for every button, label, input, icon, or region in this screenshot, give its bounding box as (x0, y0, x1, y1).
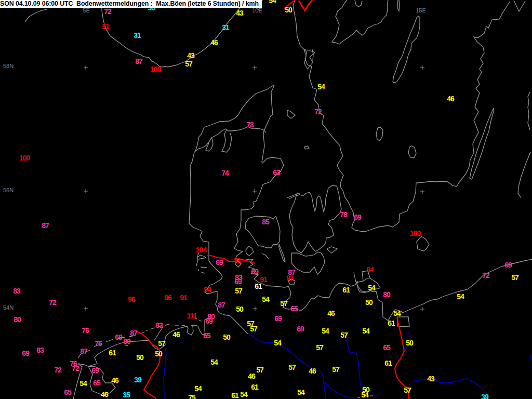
svg-text:65: 65 (290, 304, 298, 313)
svg-text:54: 54 (240, 390, 248, 398)
svg-text:91: 91 (102, 22, 110, 31)
svg-text:61: 61 (231, 391, 239, 399)
svg-text:83: 83 (36, 346, 44, 354)
svg-text:46: 46 (111, 376, 119, 384)
svg-text:46: 46 (248, 372, 256, 380)
svg-text:65: 65 (383, 343, 391, 352)
svg-text:39: 39 (481, 393, 489, 399)
svg-text:39: 39 (134, 376, 142, 384)
svg-text:69: 69 (22, 349, 30, 357)
svg-text:50: 50 (236, 305, 244, 313)
svg-text:69: 69 (354, 213, 362, 221)
svg-text:50: 50 (223, 333, 231, 341)
svg-text:57: 57 (158, 339, 166, 348)
svg-text:46: 46 (172, 330, 180, 339)
svg-text:69: 69 (297, 325, 304, 333)
svg-text:91: 91 (180, 294, 188, 302)
svg-text:54: 54 (297, 388, 305, 396)
svg-text:54: 54 (79, 379, 87, 388)
svg-text:54N: 54N (3, 304, 14, 311)
svg-text:57: 57 (256, 366, 264, 374)
svg-text:94: 94 (204, 285, 211, 294)
svg-text:35: 35 (123, 391, 130, 399)
svg-text:54: 54 (269, 0, 276, 5)
svg-text:83: 83 (155, 321, 163, 329)
svg-text:65: 65 (93, 379, 101, 387)
svg-text:50: 50 (406, 339, 414, 347)
svg-text:69: 69 (504, 261, 512, 269)
svg-text:54: 54 (362, 327, 370, 335)
svg-text:80: 80 (123, 337, 131, 345)
svg-text:111: 111 (187, 312, 197, 320)
svg-text:76: 76 (82, 326, 89, 335)
svg-text:78: 78 (246, 121, 254, 129)
svg-text:58N: 58N (3, 63, 14, 69)
svg-text:43: 43 (187, 51, 195, 60)
svg-text:100: 100 (19, 154, 31, 162)
svg-text:61: 61 (251, 383, 259, 391)
svg-text:54: 54 (322, 327, 329, 335)
svg-text:87: 87 (42, 221, 49, 230)
svg-text:50: 50 (155, 350, 163, 358)
svg-text:54: 54 (210, 358, 218, 366)
svg-text:69: 69 (234, 277, 242, 286)
svg-text:85: 85 (262, 218, 270, 226)
svg-text:46: 46 (327, 309, 335, 317)
svg-text:83: 83 (13, 287, 21, 295)
svg-text:46: 46 (101, 390, 109, 398)
svg-text:61: 61 (388, 319, 395, 327)
svg-text:54: 54 (457, 292, 464, 301)
svg-text:54: 54 (262, 295, 270, 303)
svg-text:54: 54 (393, 309, 401, 317)
svg-text:80: 80 (383, 290, 391, 299)
svg-text:104: 104 (196, 246, 207, 254)
svg-text:50: 50 (136, 353, 144, 362)
svg-text:57: 57 (288, 363, 296, 371)
svg-text:87: 87 (130, 329, 138, 337)
svg-text:94: 94 (366, 265, 374, 274)
svg-text:46: 46 (447, 95, 455, 103)
svg-text:96: 96 (164, 294, 172, 302)
svg-text:72: 72 (482, 271, 490, 280)
svg-text:57: 57 (280, 299, 288, 308)
svg-text:72: 72 (49, 298, 57, 307)
svg-text:54: 54 (361, 391, 369, 399)
svg-text:46: 46 (210, 38, 218, 47)
svg-text:72: 72 (54, 366, 62, 374)
svg-text:96: 96 (128, 295, 136, 303)
svg-text:31: 31 (134, 31, 141, 39)
svg-text:57: 57 (185, 60, 193, 68)
svg-text:31: 31 (222, 23, 230, 32)
svg-text:63: 63 (273, 168, 281, 177)
svg-text:61: 61 (384, 359, 392, 367)
svg-text:61: 61 (255, 282, 262, 290)
svg-text:56N: 56N (3, 187, 14, 193)
svg-text:50: 50 (285, 6, 292, 14)
svg-text:80: 80 (14, 315, 21, 324)
svg-text:43: 43 (427, 375, 435, 383)
svg-text:61: 61 (109, 349, 116, 357)
svg-text:65: 65 (203, 331, 211, 340)
svg-text:100: 100 (410, 229, 421, 237)
svg-text:69: 69 (115, 333, 123, 341)
svg-text:65: 65 (64, 388, 72, 396)
svg-text:54: 54 (194, 384, 202, 393)
svg-text:72: 72 (314, 108, 322, 116)
svg-text:15E: 15E (416, 7, 426, 14)
svg-text:69: 69 (91, 366, 99, 375)
svg-text:87: 87 (218, 301, 225, 309)
svg-text:46: 46 (309, 367, 316, 375)
svg-text:50: 50 (365, 298, 373, 307)
svg-text:57: 57 (235, 287, 243, 295)
svg-text:54: 54 (317, 83, 325, 91)
svg-text:75: 75 (188, 393, 196, 399)
svg-text:57: 57 (404, 386, 411, 394)
svg-text:57: 57 (250, 325, 258, 333)
svg-text:69: 69 (216, 258, 223, 267)
svg-text:43: 43 (236, 9, 244, 17)
svg-text:72: 72 (72, 364, 79, 373)
svg-text:87: 87 (135, 57, 143, 65)
svg-text:91: 91 (286, 274, 294, 282)
svg-text:54: 54 (274, 339, 282, 347)
svg-text:57: 57 (316, 343, 324, 352)
